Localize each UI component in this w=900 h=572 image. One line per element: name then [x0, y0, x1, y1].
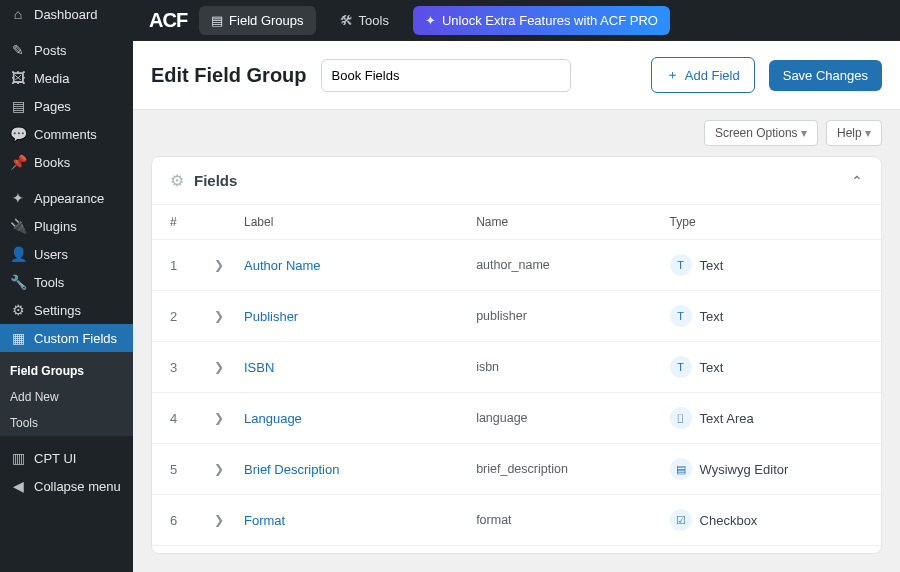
sidebar-icon: 👤 [10, 246, 26, 262]
field-row[interactable]: 7❯Ratingrating◎Radio Button [152, 546, 881, 554]
field-label-link[interactable]: Language [244, 411, 302, 426]
sidebar-item-books[interactable]: 📌Books [0, 148, 133, 176]
col-type: Type [670, 215, 863, 229]
field-row[interactable]: 5❯Brief Descriptionbrief_description▤Wys… [152, 444, 881, 495]
field-type-label: Text [700, 309, 724, 324]
field-row-number: 6 [170, 513, 214, 528]
sidebar-icon: 📌 [10, 154, 26, 170]
collapse-panel-icon[interactable]: ⌃ [851, 173, 863, 189]
sidebar-item-label: CPT UI [34, 451, 76, 466]
screen-options-button[interactable]: Screen Options [704, 120, 818, 146]
sidebar-sub-add-new[interactable]: Add New [0, 384, 133, 410]
field-name: language [476, 411, 669, 425]
field-type-icon: T [670, 305, 692, 327]
sidebar-icon: 🖾 [10, 70, 26, 86]
sidebar-item-dashboard[interactable]: ⌂Dashboard [0, 0, 133, 28]
sidebar-icon: ✦ [10, 190, 26, 206]
sidebar-sub-field-groups[interactable]: Field Groups [0, 358, 133, 384]
field-label-link[interactable]: Author Name [244, 258, 321, 273]
sidebar-item-posts[interactable]: ✎Posts [0, 36, 133, 64]
field-name: isbn [476, 360, 669, 374]
field-label-link[interactable]: Publisher [244, 309, 298, 324]
admin-sidebar: ⌂Dashboard✎Posts🖾Media▤Pages💬Comments📌Bo… [0, 0, 133, 572]
expand-row-icon[interactable]: ❯ [214, 309, 244, 323]
sidebar-item-label: Plugins [34, 219, 77, 234]
field-row[interactable]: 2❯PublisherpublisherTText [152, 291, 881, 342]
field-row-number: 3 [170, 360, 214, 375]
add-field-button[interactable]: ＋ Add Field [651, 57, 755, 93]
expand-row-icon[interactable]: ❯ [214, 462, 244, 476]
col-label: Label [244, 215, 476, 229]
sidebar-item-label: Custom Fields [34, 331, 117, 346]
field-row[interactable]: 3❯ISBNisbnTText [152, 342, 881, 393]
topbar-field-groups[interactable]: ▤ Field Groups [199, 6, 315, 35]
sidebar-item-tools[interactable]: 🔧Tools [0, 268, 133, 296]
fields-card: ⚙ Fields ⌃ # Label Name Type 1❯Author Na… [151, 156, 882, 554]
sidebar-item-custom-fields[interactable]: ▦Custom Fields [0, 324, 133, 352]
sidebar-item-cpt-ui[interactable]: ▥ CPT UI [0, 444, 133, 472]
field-type-label: Text Area [700, 411, 754, 426]
field-row[interactable]: 6❯Formatformat☑Checkbox [152, 495, 881, 546]
sidebar-item-plugins[interactable]: 🔌Plugins [0, 212, 133, 240]
topbar-tools[interactable]: 🛠 Tools [328, 6, 401, 35]
fields-title: Fields [194, 172, 237, 189]
sidebar-collapse[interactable]: ◀ Collapse menu [0, 472, 133, 500]
topbar-field-groups-label: Field Groups [229, 13, 303, 28]
sidebar-item-pages[interactable]: ▤Pages [0, 92, 133, 120]
sidebar-sub-tools[interactable]: Tools [0, 410, 133, 436]
sidebar-item-users[interactable]: 👤Users [0, 240, 133, 268]
sidebar-item-label: Dashboard [34, 7, 98, 22]
field-type-label: Checkbox [700, 513, 758, 528]
plus-icon: ＋ [666, 66, 679, 84]
sidebar-item-appearance[interactable]: ✦Appearance [0, 184, 133, 212]
field-label-link[interactable]: ISBN [244, 360, 274, 375]
field-type-icon: T [670, 356, 692, 378]
topbar-tools-label: Tools [359, 13, 389, 28]
save-changes-button[interactable]: Save Changes [769, 60, 882, 91]
field-type-label: Text [700, 258, 724, 273]
title-bar: Edit Field Group ＋ Add Field Save Change… [133, 41, 900, 110]
sidebar-item-label: Settings [34, 303, 81, 318]
sidebar-item-media[interactable]: 🖾Media [0, 64, 133, 92]
sidebar-icon: ⚙ [10, 302, 26, 318]
help-button[interactable]: Help [826, 120, 882, 146]
expand-row-icon[interactable]: ❯ [214, 411, 244, 425]
topbar-pro-label: Unlock Extra Features with ACF PRO [442, 13, 658, 28]
field-row[interactable]: 4❯Languagelanguage⌷Text Area [152, 393, 881, 444]
field-name: author_name [476, 258, 669, 272]
acf-topbar: ACF ▤ Field Groups 🛠 Tools ✦ Unlock Extr… [133, 0, 900, 41]
field-row-number: 4 [170, 411, 214, 426]
group-name-input[interactable] [321, 59, 571, 92]
sidebar-item-comments[interactable]: 💬Comments [0, 120, 133, 148]
sidebar-item-label: Users [34, 247, 68, 262]
sidebar-item-label: Tools [34, 275, 64, 290]
sidebar-item-label: Appearance [34, 191, 104, 206]
sidebar-icon: 🔧 [10, 274, 26, 290]
sidebar-item-label: Collapse menu [34, 479, 121, 494]
col-name: Name [476, 215, 669, 229]
sidebar-icon: ⌂ [10, 6, 26, 22]
sidebar-item-label: Posts [34, 43, 67, 58]
sparkle-icon: ✦ [425, 13, 436, 28]
screen-options-row: Screen Options Help [133, 110, 900, 156]
field-row-number: 5 [170, 462, 214, 477]
field-name: publisher [476, 309, 669, 323]
col-number: # [170, 215, 214, 229]
expand-row-icon[interactable]: ❯ [214, 258, 244, 272]
sidebar-icon: ✎ [10, 42, 26, 58]
page-title: Edit Field Group [151, 64, 307, 87]
expand-row-icon[interactable]: ❯ [214, 360, 244, 374]
sidebar-item-settings[interactable]: ⚙Settings [0, 296, 133, 324]
expand-row-icon[interactable]: ❯ [214, 513, 244, 527]
fields-header: # Label Name Type [152, 205, 881, 240]
field-type-label: Text [700, 360, 724, 375]
topbar-pro-upsell[interactable]: ✦ Unlock Extra Features with ACF PRO [413, 6, 670, 35]
field-name: brief_description [476, 462, 669, 476]
cpt-icon: ▥ [10, 450, 26, 466]
field-label-link[interactable]: Format [244, 513, 285, 528]
field-label-link[interactable]: Brief Description [244, 462, 339, 477]
field-type-label: Wysiwyg Editor [700, 462, 789, 477]
field-row[interactable]: 1❯Author Nameauthor_nameTText [152, 240, 881, 291]
field-type-icon: ☑ [670, 509, 692, 531]
sidebar-item-label: Comments [34, 127, 97, 142]
